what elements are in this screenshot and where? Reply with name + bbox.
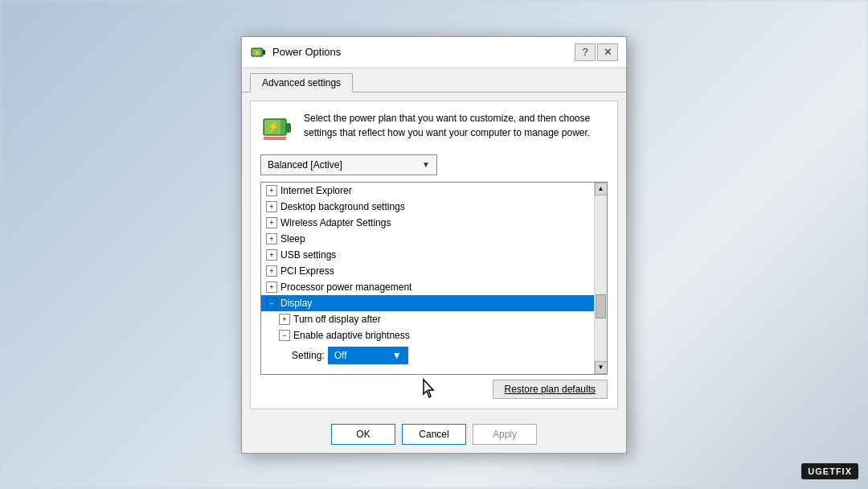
dialog-title: Power Options xyxy=(272,46,568,58)
expand-processor-power[interactable]: + xyxy=(266,281,277,293)
svg-rect-2 xyxy=(263,50,265,55)
ok-button[interactable]: OK xyxy=(331,424,395,445)
dialog-content: ⚡ Select the power plan that you want to… xyxy=(250,101,618,409)
restore-row: Restore plan defaults xyxy=(260,380,608,399)
svg-text:⚡: ⚡ xyxy=(267,120,280,134)
tree-label-turn-off-display: Turn off display after xyxy=(293,314,381,325)
watermark: UGETFIX xyxy=(801,463,858,479)
setting-value: Off xyxy=(334,350,347,361)
tree-item-pci-express[interactable]: + PCI Express xyxy=(261,263,594,279)
tab-bar: Advanced settings xyxy=(242,68,626,92)
tree-item-desktop-background[interactable]: + Desktop background settings xyxy=(261,199,594,215)
tree-item-processor-power[interactable]: + Processor power management xyxy=(261,279,594,295)
plan-dropdown-row: Balanced [Active] ▼ xyxy=(260,154,608,175)
title-icon: ⚡ xyxy=(250,44,266,60)
svg-rect-9 xyxy=(264,137,286,140)
cancel-button[interactable]: Cancel xyxy=(402,424,466,445)
tree-scroll-area: + Internet Explorer + Desktop background… xyxy=(261,183,594,374)
scrollbar[interactable]: ▲ ▼ xyxy=(594,183,607,374)
expand-turn-off-display[interactable]: + xyxy=(279,314,290,325)
expand-desktop-background[interactable]: + xyxy=(266,201,277,212)
tree-label-processor-power: Processor power management xyxy=(280,281,411,293)
svg-text:⚡: ⚡ xyxy=(254,49,261,56)
tree-label-sleep: Sleep xyxy=(280,233,305,244)
scrollbar-track[interactable] xyxy=(595,195,607,361)
expand-usb-settings[interactable]: + xyxy=(266,249,277,261)
description-text: Select the power plan that you want to c… xyxy=(304,111,608,145)
expand-adaptive-brightness[interactable]: − xyxy=(279,330,290,341)
tree-item-display[interactable]: − Display xyxy=(261,295,594,311)
description-icon: ⚡ xyxy=(260,111,294,145)
help-button[interactable]: ? xyxy=(575,43,596,61)
expand-display[interactable]: − xyxy=(266,298,277,309)
tab-advanced-settings[interactable]: Advanced settings xyxy=(250,73,353,92)
tree-label-adaptive-brightness: Enable adaptive brightness xyxy=(293,330,410,341)
expand-wireless-adapter[interactable]: + xyxy=(266,217,277,228)
plan-dropdown[interactable]: Balanced [Active] ▼ xyxy=(260,154,437,175)
tree-label-desktop-background: Desktop background settings xyxy=(280,201,405,212)
expand-pci-express[interactable]: + xyxy=(266,265,277,277)
description-area: ⚡ Select the power plan that you want to… xyxy=(260,111,608,145)
svg-rect-6 xyxy=(286,123,291,133)
expand-sleep[interactable]: + xyxy=(266,233,277,244)
apply-button[interactable]: Apply xyxy=(473,424,537,445)
tree-label-display: Display xyxy=(280,298,312,309)
scroll-up-button[interactable]: ▲ xyxy=(595,183,608,195)
tree-label-internet-explorer: Internet Explorer xyxy=(280,185,352,196)
setting-label: Setting: xyxy=(292,350,325,361)
tree-item-adaptive-brightness[interactable]: − Enable adaptive brightness xyxy=(261,327,594,343)
dialog-footer: OK Cancel Apply xyxy=(242,417,626,453)
plan-dropdown-value: Balanced [Active] xyxy=(268,159,342,171)
tree-label-wireless-adapter: Wireless Adapter Settings xyxy=(280,217,391,228)
tree-item-wireless-adapter[interactable]: + Wireless Adapter Settings xyxy=(261,215,594,231)
setting-row: Setting: Off ▼ xyxy=(261,343,594,368)
tree-label-usb-settings: USB settings xyxy=(280,249,336,261)
dropdown-arrow-icon: ▼ xyxy=(422,160,430,169)
scrollbar-thumb[interactable] xyxy=(596,294,606,318)
setting-dropdown-arrow-icon: ▼ xyxy=(392,350,402,361)
restore-defaults-button[interactable]: Restore plan defaults xyxy=(493,380,608,399)
title-bar-controls: ? ✕ xyxy=(575,43,618,61)
expand-internet-explorer[interactable]: + xyxy=(266,185,277,196)
tree-item-turn-off-display[interactable]: + Turn off display after xyxy=(261,311,594,327)
tree-item-usb-settings[interactable]: + USB settings xyxy=(261,247,594,263)
settings-tree: + Internet Explorer + Desktop background… xyxy=(260,182,608,375)
setting-value-dropdown[interactable]: Off ▼ xyxy=(328,347,408,364)
scroll-down-button[interactable]: ▼ xyxy=(595,361,608,374)
close-button[interactable]: ✕ xyxy=(597,43,618,61)
title-bar: ⚡ Power Options ? ✕ xyxy=(242,37,626,68)
tree-label-pci-express: PCI Express xyxy=(280,265,334,277)
tree-item-internet-explorer[interactable]: + Internet Explorer xyxy=(261,183,594,199)
power-options-dialog: ⚡ Power Options ? ✕ Advanced settings ⚡ xyxy=(241,36,627,454)
tree-item-sleep[interactable]: + Sleep xyxy=(261,231,594,247)
